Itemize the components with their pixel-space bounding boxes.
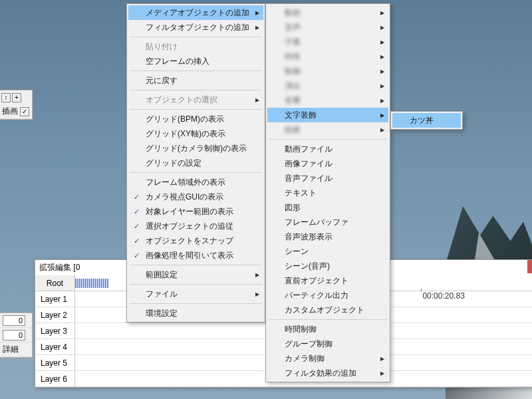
menu-frame-outside[interactable]: フレーム領域外の表示	[128, 175, 263, 190]
menu-add-media-object[interactable]: メディアオブジェクトの追加	[128, 5, 263, 20]
layer-label[interactable]: Layer 1	[35, 291, 75, 307]
window-title: 拡張編集 [0	[39, 262, 80, 273]
menu-add-filter-effect[interactable]: フィルタ効果の追加	[267, 366, 388, 380]
menu-frame-buffer[interactable]: フレームバッファ	[267, 215, 388, 229]
context-menu-media: 動画 音声 字幕 特殊 制御 演出 音響 文字装飾 効果 動画ファイル 画像ファ…	[265, 3, 390, 382]
layer-label[interactable]: Layer 3	[35, 323, 75, 338]
menu-group-control[interactable]: グループ制御	[267, 336, 388, 351]
layer-label[interactable]: Layer 6	[35, 371, 75, 386]
menu-shape[interactable]: 図形	[267, 200, 388, 215]
menu-text-decoration[interactable]: 文字装飾	[267, 108, 388, 122]
menu-file[interactable]: ファイル	[128, 287, 263, 301]
menu-blurred-item[interactable]: 効果	[267, 122, 388, 137]
menu-grid-xy[interactable]: グリッド(XY軸)の表示	[128, 126, 263, 141]
menu-grid-bpm[interactable]: グリッド(BPM)の表示	[128, 112, 263, 126]
menu-text[interactable]: テキスト	[267, 186, 388, 200]
root-button[interactable]: Root	[35, 275, 75, 291]
tool-arrows-icon[interactable]: ↕	[1, 93, 11, 102]
menu-undo[interactable]: 元に戻す	[128, 73, 263, 88]
menu-environment-settings[interactable]: 環境設定	[128, 306, 263, 321]
menu-blurred-item[interactable]: 特殊	[267, 49, 388, 64]
menu-blurred-item[interactable]: 動画	[267, 5, 388, 20]
close-icon[interactable]: ✕	[527, 260, 532, 273]
layer-label[interactable]: Layer 5	[35, 355, 75, 370]
menu-blurred-item[interactable]: 制御	[267, 64, 388, 78]
menu-blurred-item[interactable]: 音声	[267, 20, 388, 35]
layer-label[interactable]: Layer 4	[35, 339, 75, 354]
menu-audio-waveform[interactable]: 音声波形表示	[267, 229, 388, 244]
menu-image-file[interactable]: 画像ファイル	[267, 156, 388, 171]
panel-checkbox[interactable]: ✓	[20, 107, 29, 116]
menu-camera-control[interactable]: カメラ制御	[267, 351, 388, 366]
menu-blurred-item[interactable]: 音響	[267, 93, 388, 108]
context-menu-text-deco: カツ丼	[390, 111, 463, 130]
menu-range-settings[interactable]: 範囲設定	[128, 267, 263, 282]
menu-movie-file[interactable]: 動画ファイル	[267, 142, 388, 156]
menu-katsudon[interactable]: カツ丼	[392, 113, 461, 128]
context-menu-main: メディアオブジェクトの追加 フィルタオブジェクトの追加 貼り付け 空フレームの挿…	[126, 3, 265, 323]
menu-scene-audio[interactable]: シーン(音声)	[267, 259, 388, 273]
value-panel: 0 0 詳細	[0, 313, 33, 358]
menu-scene[interactable]: シーン	[267, 244, 388, 259]
menu-insert-empty-frame[interactable]: 空フレームの挿入	[128, 54, 263, 68]
menu-particle-output[interactable]: パーティクル出力	[267, 288, 388, 303]
panel-label: 插画	[2, 106, 18, 117]
menu-object-snap[interactable]: オブジェクトをスナップ	[128, 233, 263, 248]
menu-audio-file[interactable]: 音声ファイル	[267, 171, 388, 186]
menu-image-thinning[interactable]: 画像処理を間引いて表示	[128, 248, 263, 263]
menu-camera-gui[interactable]: カメラ視点GUIの表示	[128, 190, 263, 204]
menu-object-select: オブジェクトの選択	[128, 92, 263, 107]
menu-grid-camera[interactable]: グリッド(カメラ制御)の表示	[128, 141, 263, 156]
menu-custom-object[interactable]: カスタムオブジェクト	[267, 303, 388, 317]
menu-layer-range[interactable]: 対象レイヤー範囲の表示	[128, 204, 263, 219]
menu-time-control[interactable]: 時間制御	[267, 322, 388, 336]
tool-panel: ↕ + 插画 ✓	[0, 90, 33, 120]
menu-previous-object[interactable]: 直前オブジェクト	[267, 273, 388, 288]
menu-blurred-item[interactable]: 演出	[267, 78, 388, 93]
menu-add-filter-object[interactable]: フィルタオブジェクトの追加	[128, 20, 263, 35]
value-input-2[interactable]: 0	[3, 330, 25, 340]
menu-blurred-item[interactable]: 字幕	[267, 35, 388, 49]
menu-paste: 貼り付け	[128, 39, 263, 54]
detail-button[interactable]: 詳細	[3, 344, 19, 355]
layer-label[interactable]: Layer 2	[35, 307, 75, 323]
value-input-1[interactable]: 0	[3, 315, 25, 326]
menu-selection-follow[interactable]: 選択オブジェクトの追従	[128, 219, 263, 233]
menu-grid-settings[interactable]: グリッドの設定	[128, 156, 263, 170]
tool-plus-icon[interactable]: +	[12, 93, 21, 102]
